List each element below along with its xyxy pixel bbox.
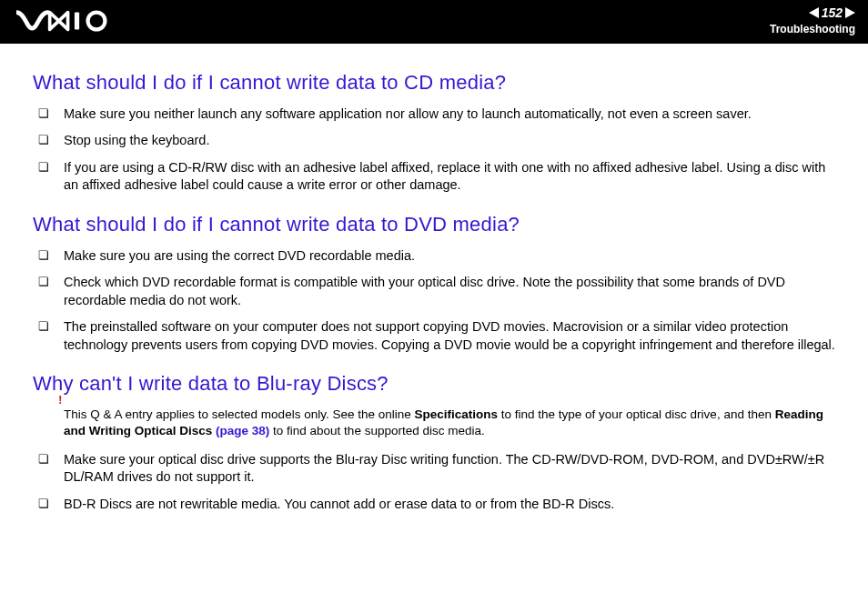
list-item: Stop using the keyboard. (33, 132, 835, 150)
list-item: Make sure your optical disc drive suppor… (33, 451, 835, 487)
note-text-mid1: to find the type of your optical disc dr… (498, 407, 775, 421)
page-nav: 152 Troubleshooting (770, 5, 855, 37)
alert-icon: ! (58, 392, 63, 408)
list-item: BD-R Discs are not rewritable media. You… (33, 496, 835, 514)
list-item: The preinstalled software on your comput… (33, 318, 835, 354)
note-text-post: to find about the supported disc media. (269, 424, 484, 437)
page-content: What should I do if I cannot write data … (0, 44, 868, 540)
page-number: 152 (820, 5, 844, 21)
svg-point-1 (88, 13, 106, 30)
section-label: Troubleshooting (770, 23, 855, 37)
page-link-38[interactable]: (page 38) (216, 424, 269, 437)
prev-page-icon[interactable] (809, 7, 819, 18)
note-block: ! This Q & A entry applies to selected m… (33, 407, 835, 439)
svg-rect-0 (75, 13, 79, 30)
heading-cd: What should I do if I cannot write data … (33, 69, 835, 96)
note-text-pre: This Q & A entry applies to selected mod… (64, 407, 414, 421)
note-bold-specs: Specifications (414, 407, 498, 421)
cd-list: Make sure you neither launch any softwar… (33, 106, 835, 195)
next-page-icon[interactable] (845, 7, 855, 18)
list-item: Check which DVD recordable format is com… (33, 274, 835, 309)
vaio-logo (16, 9, 116, 33)
bluray-list: Make sure your optical disc drive suppor… (33, 451, 835, 514)
list-item: Make sure you neither launch any softwar… (33, 106, 835, 124)
heading-dvd: What should I do if I cannot write data … (33, 211, 835, 238)
list-item: If you are using a CD-R/RW disc with an … (33, 159, 835, 195)
list-item: Make sure you are using the correct DVD … (33, 247, 835, 266)
heading-bluray: Why can't I write data to Blu-ray Discs? (33, 370, 835, 397)
header-bar: 152 Troubleshooting (0, 0, 868, 44)
dvd-list: Make sure you are using the correct DVD … (33, 247, 835, 355)
